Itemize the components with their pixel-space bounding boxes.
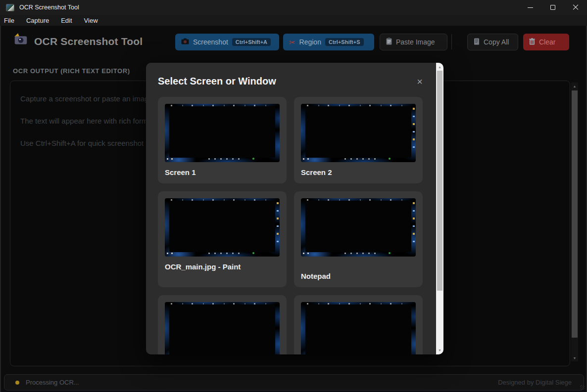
screen-card-paint[interactable]: OCR_main.jpg - Paint: [158, 191, 287, 287]
screenshot-button[interactable]: Screenshot Ctrl+Shift+A: [175, 34, 279, 50]
minimize-icon: [528, 7, 533, 8]
modal-header: Select Screen or Window ×: [146, 63, 443, 87]
screen-thumbnail: [165, 302, 280, 354]
copy-all-button-label: Copy All: [484, 38, 509, 46]
menu-bar: File Capture Edit View: [0, 15, 587, 26]
modal-title: Select Screen or Window: [158, 76, 276, 87]
close-button[interactable]: [564, 0, 587, 15]
screen-grid: Screen 1 Screen 2 OCR_main.jpg - Paint: [158, 97, 443, 354]
scissors-icon: ✂: [289, 39, 295, 46]
editor-scrollbar-thumb[interactable]: [572, 90, 578, 338]
modal-close-icon[interactable]: ×: [417, 77, 423, 87]
credit-text: Designed by Digital Siege: [498, 379, 572, 386]
screen-card-label: Screen 1: [165, 168, 280, 176]
region-shortcut-badge: Ctrl+Shift+S: [325, 38, 364, 46]
maximize-icon: [550, 5, 555, 10]
screen-thumbnail: [165, 104, 280, 162]
screen-card-notepad[interactable]: Notepad: [294, 191, 423, 287]
paste-image-button[interactable]: Paste Image: [380, 34, 447, 50]
document-icon: [474, 38, 480, 46]
screen-card-partial[interactable]: [294, 295, 423, 354]
status-dot-icon: [15, 381, 19, 385]
select-screen-modal: Select Screen or Window × Screen 1 Scree…: [146, 63, 443, 354]
main-content: OCR Screenshot Tool Screenshot Ctrl+Shif…: [0, 26, 587, 392]
screen-card-label: OCR_main.jpg - Paint: [165, 262, 280, 271]
scroll-down-icon[interactable]: ▼: [571, 354, 578, 361]
screen-card-screen-1[interactable]: Screen 1: [158, 97, 287, 183]
menu-file[interactable]: File: [4, 17, 20, 24]
scroll-up-icon[interactable]: ▲: [571, 83, 578, 89]
screen-thumbnail: [301, 104, 416, 162]
editor-placeholder-line: The text will appear here with rich form…: [20, 117, 166, 125]
region-button-label: Region: [299, 38, 321, 46]
ocr-output-label: OCR OUTPUT (RICH TEXT EDITOR): [13, 67, 130, 75]
screen-thumbnail: [165, 198, 280, 257]
window-controls: [519, 0, 587, 15]
minimize-button[interactable]: [519, 0, 541, 15]
screen-thumbnail: [301, 198, 416, 257]
modal-scrollbar[interactable]: ▲ ▼: [436, 63, 443, 354]
screen-card-label: Notepad: [301, 272, 416, 280]
screenshot-button-label: Screenshot: [193, 38, 228, 46]
app-window: OCR Screenshot Tool File Capture Edit Vi…: [0, 0, 587, 392]
clear-button[interactable]: Clear: [523, 34, 569, 50]
app-icon: [6, 4, 14, 11]
page-title: OCR Screenshot Tool: [34, 36, 143, 47]
screen-card-label: Screen 2: [301, 168, 416, 176]
screen-card-partial[interactable]: [158, 295, 287, 354]
menu-edit[interactable]: Edit: [61, 17, 78, 24]
status-text: Processing OCR...: [26, 379, 79, 386]
modal-scrollbar-thumb[interactable]: [437, 71, 442, 291]
paste-image-button-label: Paste Image: [396, 38, 435, 46]
menu-view[interactable]: View: [84, 17, 104, 24]
screen-card-screen-2[interactable]: Screen 2: [294, 97, 423, 183]
trash-icon: [529, 38, 535, 46]
editor-scrollbar[interactable]: ▲ ▼: [571, 83, 578, 361]
title-bar: OCR Screenshot Tool: [0, 0, 587, 15]
screenshot-shortcut-badge: Ctrl+Shift+A: [232, 38, 271, 46]
window-title: OCR Screenshot Tool: [19, 4, 79, 11]
status-bar: Processing OCR... Designed by Digital Si…: [4, 374, 584, 391]
toolbar-divider: [451, 34, 452, 49]
screen-thumbnail: [301, 302, 416, 354]
camera-flash-icon: [14, 33, 28, 47]
menu-capture[interactable]: Capture: [26, 17, 55, 24]
maximize-button[interactable]: [541, 0, 564, 15]
region-button[interactable]: ✂ Region Ctrl+Shift+S: [283, 34, 374, 50]
clear-button-label: Clear: [539, 38, 555, 46]
scroll-up-icon[interactable]: ▲: [436, 63, 443, 71]
camera-icon: [181, 38, 189, 46]
clipboard-icon: [386, 38, 392, 46]
resize-grip[interactable]: [580, 385, 585, 390]
copy-all-button[interactable]: Copy All: [467, 34, 518, 50]
close-icon: [573, 4, 579, 10]
